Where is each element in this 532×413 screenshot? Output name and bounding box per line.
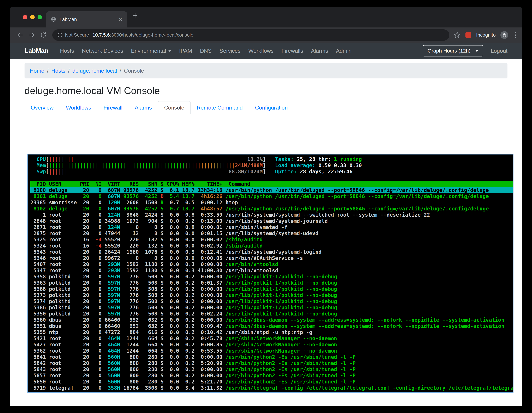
process-row: 1 root 20 0 124M 3848 2424 S 0.0 0.8 0:3… bbox=[30, 212, 513, 218]
close-window-button[interactable] bbox=[23, 15, 27, 20]
minimize-window-button[interactable] bbox=[30, 15, 35, 20]
reload-icon[interactable] bbox=[40, 31, 47, 39]
window-controls bbox=[23, 15, 42, 20]
process-row: 23385 smorrisse 20 0 120M 2608 1508 R 0.… bbox=[30, 199, 513, 206]
process-row: 5373 polkitd 20 0 597M 776 508 S 0.0 0.2… bbox=[30, 292, 513, 298]
tab-close-icon[interactable]: × bbox=[119, 16, 122, 22]
process-row: 5325 root 16 -4 55520 220 132 S 0.0 0.0 … bbox=[30, 236, 513, 243]
process-row: 5347 root 20 0 293M 1592 1180 S 0.0 0.3 … bbox=[30, 267, 513, 274]
breadcrumb-current: Console bbox=[124, 68, 144, 74]
page-title: deluge.home.local VM Console bbox=[25, 85, 507, 96]
process-row: 2875 root 20 0 47944 12 8 S 0.0 0.0 0:01… bbox=[30, 230, 513, 236]
tab-overview[interactable]: Overview bbox=[25, 101, 60, 114]
browser-tab[interactable]: LabMan × bbox=[46, 11, 127, 28]
chevron-down-icon bbox=[168, 50, 171, 52]
globe-favicon-icon bbox=[51, 17, 56, 22]
tab-workflows[interactable]: Workflows bbox=[60, 101, 97, 114]
graph-hours-button[interactable]: Graph Hours (12h) bbox=[423, 45, 483, 57]
breadcrumb-link-deluge-home-local[interactable]: deluge.home.local bbox=[72, 68, 117, 74]
incognito-icon bbox=[500, 31, 508, 39]
browser-tab-strip: LabMan × + bbox=[10, 7, 522, 28]
tab-alarms[interactable]: Alarms bbox=[129, 101, 158, 114]
process-row: 8102 deluge 20 0 607M 93576 4252 S 0.7 1… bbox=[30, 206, 513, 212]
breadcrumb-separator: / bbox=[65, 68, 72, 74]
nav-item-ipam[interactable]: IPAM bbox=[175, 48, 196, 54]
back-icon[interactable] bbox=[16, 31, 24, 39]
process-row: 5650 root 20 0 560M 800 280 S 0.0 0.2 5:… bbox=[30, 379, 513, 385]
bookmark-star-icon[interactable] bbox=[454, 32, 461, 39]
process-row: 5386 polkitd 20 0 597M 776 508 S 0.0 0.2… bbox=[30, 305, 513, 311]
incognito-label: Incognito bbox=[476, 32, 496, 38]
process-row: 8101 deluge 20 0 607M 93576 4252 D 5.4 1… bbox=[30, 193, 513, 199]
tab-configuration[interactable]: Configuration bbox=[249, 101, 294, 114]
main-nav: HostsNetwork DevicesEnvironmentalIPAMDNS… bbox=[56, 48, 356, 54]
nav-item-services[interactable]: Services bbox=[216, 48, 245, 54]
process-row: 5362 root 20 0 464M 1244 664 S 0.0 0.2 0… bbox=[30, 348, 513, 354]
process-row: 5350 polkitd 20 0 597M 776 508 S 0.0 0.2… bbox=[30, 311, 513, 317]
breadcrumb-separator: / bbox=[117, 68, 124, 74]
process-row: 2848 root 20 0 34988 1072 904 S 0.0 0.2 … bbox=[30, 218, 513, 224]
url-path: :3000/hosts/deluge-home-local/console bbox=[110, 32, 193, 38]
process-row: 5343 root 20 0 26424 1360 1076 S 0.0 0.3… bbox=[30, 249, 513, 255]
process-row: 5841 root 20 0 560M 800 280 S 0.0 0.2 0:… bbox=[30, 354, 513, 360]
process-row: 5324 root 16 -4 55520 220 132 S 0.0 0.0 … bbox=[30, 243, 513, 249]
brand[interactable]: LabMan bbox=[25, 47, 48, 54]
nav-item-workflows[interactable]: Workflows bbox=[244, 48, 277, 54]
process-row: 5407 root 20 0 293M 1592 1180 S 0.0 0.3 … bbox=[30, 261, 513, 267]
process-row: 8100 deluge 20 0 607M 93576 4252 S 6.1 1… bbox=[30, 187, 513, 193]
tab-console[interactable]: Console bbox=[158, 101, 190, 114]
maximize-window-button[interactable] bbox=[38, 15, 42, 20]
tab-title: LabMan bbox=[59, 17, 119, 22]
address-bar[interactable]: Not Secure 10.7.5.6:3000/hosts/deluge-ho… bbox=[52, 29, 449, 41]
nav-item-admin[interactable]: Admin bbox=[332, 48, 356, 54]
process-row: 5719 telegraf 20 0 358M 16784 3508 S 0.0… bbox=[30, 385, 513, 391]
tab-remote-command[interactable]: Remote Command bbox=[190, 101, 249, 114]
browser-toolbar: Not Secure 10.7.5.6:3000/hosts/deluge-ho… bbox=[10, 28, 522, 43]
nav-item-firewalls[interactable]: Firewalls bbox=[277, 48, 307, 54]
swp-meter: Swp[|||||| 88.8M/1024M] Uptime: 28 days,… bbox=[30, 168, 513, 175]
breadcrumb-link-home[interactable]: Home bbox=[30, 68, 44, 74]
process-row: 5427 root 20 0 464M 1244 664 S 0.0 0.2 0… bbox=[30, 342, 513, 348]
tab-firewall[interactable]: Firewall bbox=[97, 101, 128, 114]
breadcrumb-link-hosts[interactable]: Hosts bbox=[51, 68, 65, 74]
process-table-header: PID USER PRI NI VIRT RES SHR S CPU% MEM%… bbox=[30, 181, 513, 187]
page-tabs: OverviewWorkflowsFirewallAlarmsConsoleRe… bbox=[25, 101, 507, 114]
toolbar-right: Incognito bbox=[454, 31, 518, 39]
nav-item-alarms[interactable]: Alarms bbox=[307, 48, 332, 54]
process-row: 5374 polkitd 20 0 597M 776 508 S 0.0 0.2… bbox=[30, 298, 513, 305]
nav-item-dns[interactable]: DNS bbox=[196, 48, 216, 54]
mem-meter: Mem[||||||||||||||||||||||||||||||||||||… bbox=[30, 162, 513, 168]
breadcrumb: Home/Hosts/deluge.home.local/Console bbox=[25, 63, 507, 79]
forward-icon[interactable] bbox=[28, 31, 36, 39]
process-row: 5368 polkitd 20 0 597M 776 508 S 0.0 0.2… bbox=[30, 286, 513, 292]
process-row: 5421 root 20 0 464M 1244 664 S 0.0 0.2 0… bbox=[30, 335, 513, 342]
process-row: 5358 polkitd 20 0 597M 776 508 S 0.0 0.2… bbox=[30, 274, 513, 280]
graph-hours-label: Graph Hours (12h) bbox=[428, 48, 470, 54]
vm-console-terminal[interactable]: CPU[|||||||| 10.2%] Tasks: 25, 28 thr; 1… bbox=[28, 154, 513, 393]
process-row: 5355 ntp 20 0 47272 804 616 S 0.0 0.2 0:… bbox=[30, 329, 513, 335]
app-navbar: LabMan HostsNetwork DevicesEnvironmental… bbox=[10, 43, 522, 59]
new-tab-button[interactable]: + bbox=[133, 11, 138, 20]
url-host: 10.7.5.6 bbox=[92, 32, 110, 38]
process-row: 5842 root 20 0 560M 800 280 S 0.0 0.2 5:… bbox=[30, 360, 513, 366]
page-content: Home/Hosts/deluge.home.local/Console del… bbox=[10, 59, 522, 406]
process-row: 5346 root 20 0 99672 0 0 S 0.0 0.0 0:00.… bbox=[30, 255, 513, 261]
process-row: 5360 dbus 20 0 66460 952 632 S 0.0 0.2 0… bbox=[30, 317, 513, 323]
nav-item-environmental[interactable]: Environmental bbox=[127, 48, 175, 54]
process-row: 5843 root 20 0 560M 800 280 S 0.0 0.2 0:… bbox=[30, 366, 513, 373]
cpu-meter: CPU[|||||||| 10.2%] Tasks: 25, 28 thr; 1… bbox=[30, 156, 513, 162]
chevron-down-icon bbox=[475, 50, 478, 52]
nav-item-network-devices[interactable]: Network Devices bbox=[78, 48, 127, 54]
info-icon[interactable] bbox=[57, 32, 63, 38]
logout-link[interactable]: Logout bbox=[491, 48, 507, 54]
process-row: 5363 polkitd 20 0 597M 776 508 S 0.0 0.2… bbox=[30, 280, 513, 286]
process-row: 2871 root 20 0 124M 0 0 S 0.0 0.0 0:00.0… bbox=[30, 224, 513, 230]
browser-window: LabMan × + Not Secure 10.7.5.6:3000/host… bbox=[10, 7, 522, 406]
terminal-blank-line bbox=[30, 175, 513, 181]
process-row: 5351 dbus 20 0 66460 952 632 S 0.0 0.2 0… bbox=[30, 323, 513, 329]
nav-item-hosts[interactable]: Hosts bbox=[56, 48, 78, 54]
breadcrumb-separator: / bbox=[44, 68, 51, 74]
browser-menu-icon[interactable] bbox=[513, 32, 518, 38]
security-label: Not Secure bbox=[65, 32, 89, 38]
extension-icon[interactable] bbox=[466, 32, 471, 38]
